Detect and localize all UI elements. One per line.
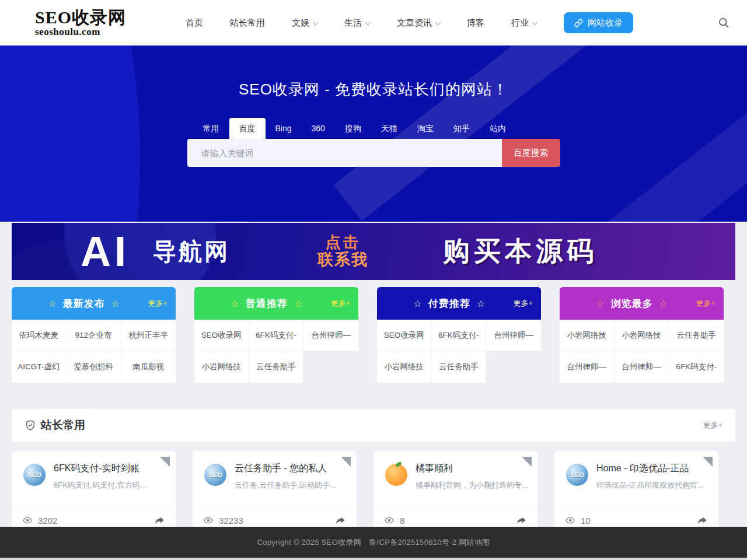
star-icon: ☆ — [48, 298, 56, 309]
site-link[interactable]: 杭州正丰半 — [121, 320, 176, 351]
tab-zhihu[interactable]: 知乎 — [444, 118, 480, 139]
star-icon: ☆ — [477, 298, 485, 309]
nav-item-entertainment[interactable]: 文娱 — [292, 18, 317, 29]
site-link[interactable]: 云任务助手 — [669, 320, 724, 351]
rank-card-recommended: ☆ 普通推荐 ☆ 更多+ SEO收录网 6FK码支付- 台州律师— 小岩网络技 … — [194, 287, 358, 383]
nav-item-life[interactable]: 生活 — [344, 18, 370, 29]
nav-item-industry[interactable]: 行业 — [511, 18, 537, 29]
star-icon: ☆ — [596, 298, 604, 309]
share-icon[interactable] — [516, 515, 527, 526]
site-link[interactable]: 6FK码支付- — [249, 320, 304, 351]
ad-banner[interactable]: AI 导航网 点击 联系我 购买本源码 — [12, 223, 735, 280]
more-link[interactable]: 更多+ — [703, 420, 722, 430]
nav-item-blog[interactable]: 博客 — [467, 18, 484, 29]
nav-item-home[interactable]: 首页 — [186, 18, 203, 29]
site-link[interactable]: 小岩网络技 — [615, 320, 669, 351]
site-link[interactable]: 台州律师— — [615, 351, 669, 383]
site-link[interactable]: 小岩网络技 — [560, 320, 615, 351]
site-link[interactable]: 云任务助手 — [432, 351, 487, 383]
sitemap-link[interactable]: 网站地图 — [459, 538, 490, 547]
site-title[interactable]: Home - 印选优品-正品 — [596, 463, 704, 475]
rank-card-header: ☆ 普通推荐 ☆ 更多+ — [194, 287, 358, 320]
site-card[interactable]: SEO 6FK码支付-实时到账 6FK码支付,码支付,官方码... 3202 — [12, 451, 176, 533]
submit-site-button[interactable]: 网站收录 — [564, 12, 633, 33]
shield-check-icon — [25, 419, 36, 431]
ad-nav-text: 导航网 — [153, 236, 230, 268]
tab-onsite[interactable]: 站内 — [480, 118, 516, 139]
logo-title: SEO收录网 — [35, 8, 126, 27]
site-link[interactable]: 6FK码支付- — [669, 351, 724, 383]
page-footer: Copyright © 2025 SEO收录网 鲁ICP备2025150810号… — [0, 527, 747, 558]
site-link[interactable]: 台州律师— — [560, 351, 615, 383]
chevron-down-icon — [365, 19, 371, 25]
site-link[interactable]: 台州律师— — [303, 320, 358, 351]
rank-card-title: 浏览最多 — [611, 297, 653, 310]
site-description: 橘事顺利官网，为小鞠打造的专... — [416, 480, 528, 491]
share-icon[interactable] — [697, 515, 708, 526]
site-title[interactable]: 橘事顺利 — [416, 463, 526, 475]
site-link[interactable]: SEO收录网 — [377, 320, 432, 351]
eye-icon — [22, 515, 33, 526]
site-logo[interactable]: SEO收录网 seoshoulu.com — [35, 8, 126, 37]
site-description: 印选优品-正品印度双效代购官... — [596, 480, 704, 491]
eye-icon — [203, 515, 214, 526]
link-icon — [574, 19, 583, 27]
site-link[interactable]: AICGT-虚幻 — [12, 351, 67, 383]
tab-baidu-active[interactable]: 百度 — [229, 118, 266, 139]
nav-item-webmaster-tools[interactable]: 站长常用 — [230, 18, 265, 29]
site-link[interactable]: 小岩网络技 — [377, 351, 432, 383]
more-link[interactable]: 更多+ — [696, 298, 715, 309]
search-engine-tabs: 常用 百度 Bing 360 搜狗 天猫 淘宝 知乎 站内 — [187, 118, 560, 139]
rank-cards-row: ☆ 最新发布 ☆ 更多+ 依玛木麦麦 912企业寄 杭州正丰半 AICGT-虚幻… — [0, 280, 747, 383]
site-title[interactable]: 云任务助手 - 您的私人 — [235, 463, 336, 475]
site-description: 6FK码支付,码支付,官方码... — [54, 480, 146, 491]
rank-card-title: 最新发布 — [63, 297, 105, 310]
site-link[interactable]: 6FK码支付- — [432, 320, 487, 351]
more-link[interactable]: 更多+ — [148, 298, 167, 309]
site-link[interactable]: 云任务助手 — [249, 351, 304, 383]
site-link[interactable]: 912企业寄 — [67, 320, 121, 351]
site-card[interactable]: 橘事顺利 橘事顺利官网，为小鞠打造的专... 8 — [374, 451, 537, 533]
nav-item-articles[interactable]: 文章资讯 — [397, 18, 440, 29]
corner-fold-icon — [341, 457, 351, 467]
rank-card-header: ☆ 付费推荐 ☆ 更多+ — [377, 287, 541, 320]
section-webmaster-tools: 站长常用 更多+ — [12, 409, 735, 442]
keyword-search-input[interactable] — [187, 139, 502, 167]
share-icon[interactable] — [154, 515, 165, 526]
more-link[interactable]: 更多+ — [513, 298, 533, 309]
rank-card-most-viewed: ☆ 浏览最多 ☆ 更多+ 小岩网络技 小岩网络技 云任务助手 台州律师— 台州律… — [560, 287, 724, 383]
site-link[interactable]: 爱慕创想科 — [67, 351, 121, 383]
site-title[interactable]: 6FK码支付-实时到账 — [54, 463, 146, 475]
site-card[interactable]: SEO 云任务助手 - 您的私人 云任务,云任务助手,运动助手... 32233 — [193, 451, 357, 533]
site-favicon-orange — [385, 464, 407, 486]
chevron-down-icon — [313, 19, 319, 25]
view-count: 10 — [565, 515, 591, 526]
hero-banner: SEO收录网 - 免费收录站长们的网站！ 常用 百度 Bing 360 搜狗 天… — [0, 46, 747, 222]
site-link[interactable]: 台州律师— — [486, 320, 541, 351]
tab-common[interactable]: 常用 — [193, 118, 229, 139]
site-favicon: SEO — [23, 464, 46, 486]
corner-fold-icon — [160, 457, 170, 467]
share-icon[interactable] — [335, 515, 346, 526]
baidu-search-button[interactable]: 百度搜索 — [502, 139, 560, 167]
tab-tmall[interactable]: 天猫 — [371, 118, 407, 139]
empty-cell — [486, 351, 541, 383]
site-header: SEO收录网 seoshoulu.com 首页 站长常用 文娱 生活 文章资讯 … — [0, 0, 747, 46]
site-link[interactable]: 南瓜影视 — [121, 351, 176, 383]
ad-buy-text: 购买本源码 — [443, 233, 598, 270]
page-bottom-strip — [0, 558, 747, 560]
logo-subtitle: seoshoulu.com — [35, 27, 126, 37]
site-favicon: SEO — [204, 464, 226, 486]
tab-taobao[interactable]: 淘宝 — [407, 118, 444, 139]
tab-360[interactable]: 360 — [302, 118, 335, 139]
header-search-icon[interactable] — [718, 17, 729, 29]
site-link[interactable]: 小岩网络技 — [194, 351, 249, 383]
tab-sogou[interactable]: 搜狗 — [335, 118, 371, 139]
site-card[interactable]: SEO Home - 印选优品-正品 印选优品-正品印度双效代购官... 10 — [554, 451, 718, 533]
rank-card-title: 付费推荐 — [428, 297, 470, 310]
site-link[interactable]: SEO收录网 — [194, 320, 249, 351]
site-link[interactable]: 依玛木麦麦 — [12, 320, 67, 351]
more-link[interactable]: 更多+ — [330, 298, 350, 309]
tab-bing[interactable]: Bing — [266, 118, 302, 139]
section-title: 站长常用 — [25, 418, 85, 433]
